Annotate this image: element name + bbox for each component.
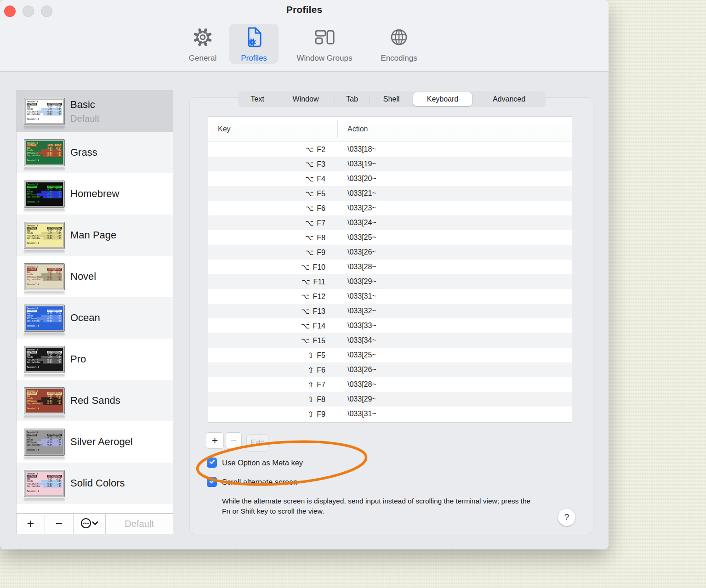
use-option-as-meta-key-checkbox-row: Use Option as Meta key — [207, 458, 303, 468]
thumbnail-process-row: loginwindow0.0%4M — [27, 237, 62, 240]
thumbnail-prompt-line: Terminal # — [27, 283, 62, 286]
thumbnail-terminal-preview: Terminal#COMMAND%CPURPRVTtop4.1%231KXcod… — [26, 389, 63, 413]
profile-list-item-red-sands[interactable]: Terminal#COMMAND%CPURPRVTtop4.1%231KXcod… — [17, 380, 173, 421]
tab-text[interactable]: Text — [238, 91, 277, 107]
key-mapping-row[interactable]: ⌥F6\033[23~ — [208, 201, 572, 215]
thumbnail-reflection — [24, 291, 65, 295]
process-mem: 4M — [52, 320, 61, 322]
help-button[interactable]: ? — [558, 509, 575, 526]
action-cell: \033[28~ — [337, 263, 376, 271]
profile-item-text: Pro — [70, 353, 86, 365]
profile-list-footer: + − Default — [16, 514, 173, 534]
thumbnail-reflection — [24, 498, 65, 502]
use-option-as-meta-key-checkbox[interactable] — [207, 458, 217, 468]
thumbnail-reflection — [24, 126, 65, 130]
default-profile-button[interactable]: Default — [106, 514, 173, 534]
option-key-glyph: ⌥ — [301, 336, 309, 345]
tab-keyboard[interactable]: Keyboard — [413, 92, 472, 106]
option-key-glyph: ⌥ — [305, 204, 313, 213]
key-mapping-row[interactable]: ⇧F6\033[26~ — [208, 362, 572, 377]
profile-list: Terminal#COMMAND%CPURPRVTtop4.1%231KXcod… — [16, 90, 173, 514]
remove-key-mapping-button[interactable]: − — [226, 432, 242, 449]
profile-list-item-grass[interactable]: Terminal#COMMAND%CPURPRVTtop4.1%231KXcod… — [17, 132, 173, 173]
thumbnail-screen: Terminal#COMMAND%CPURPRVTtop4.1%231KXcod… — [26, 224, 63, 247]
edit-key-mapping-button[interactable]: Edit — [246, 434, 268, 452]
column-header-key[interactable]: Key — [208, 125, 337, 133]
process-mem: 4M — [52, 485, 61, 488]
profile-list-item-homebrew[interactable]: Terminal#COMMAND%CPURPRVTtop4.1%231KXcod… — [17, 173, 173, 215]
thumbnail-screen: Terminal#COMMAND%CPURPRVTtop4.1%231KXcod… — [26, 182, 63, 206]
key-cell: ⌥F10 — [208, 263, 337, 271]
key-mapping-row[interactable]: ⇧F5\033[25~ — [208, 348, 572, 362]
toolbar-item-general[interactable]: General — [182, 26, 224, 63]
process-name: loginwindow — [27, 154, 45, 157]
key-cell: ⌥F11 — [208, 277, 337, 286]
key-mapping-row[interactable]: ⇧F9\033[31~ — [208, 407, 572, 421]
key-cell: ⌥F9 — [208, 248, 337, 257]
key-mapping-row[interactable]: ⌥F11\033[29~ — [208, 274, 572, 289]
globe-icon — [389, 26, 409, 48]
profile-item-text: BasicDefault — [70, 99, 99, 124]
tab-advanced[interactable]: Advanced — [472, 91, 546, 107]
key-mapping-row[interactable]: ⌥F3\033[19~ — [208, 157, 572, 171]
profile-list-item-solid-colors[interactable]: Terminal#COMMAND%CPURPRVTtop4.1%231KXcod… — [17, 463, 173, 504]
add-key-mapping-button[interactable]: + — [206, 432, 224, 449]
key-mapping-row[interactable]: ⇧F7\033[28~ — [208, 377, 572, 392]
profile-thumbnail: Terminal#COMMAND%CPURPRVTtop4.1%231KXcod… — [24, 98, 65, 130]
profile-list-item-ocean[interactable]: Terminal#COMMAND%CPURPRVTtop4.1%231KXcod… — [17, 297, 173, 339]
gear-icon — [193, 26, 213, 48]
tab-shell[interactable]: Shell — [370, 91, 413, 107]
key-mapping-row[interactable]: ⌥F15\033[34~ — [208, 333, 572, 348]
profile-list-item-man-page[interactable]: Terminal#COMMAND%CPURPRVTtop4.1%231KXcod… — [17, 215, 173, 256]
process-name: loginwindow — [27, 320, 45, 322]
key-mapping-row[interactable]: ⌥F4\033[20~ — [208, 171, 572, 186]
more-options-button[interactable] — [74, 514, 106, 534]
thumbnail-process-row: loginwindow0.0%4M — [27, 113, 62, 116]
thumbnail-terminal-preview: Terminal#COMMAND%CPURPRVTtop4.1%231KXcod… — [26, 182, 63, 206]
key-cell: ⌥F14 — [208, 322, 337, 330]
profile-thumbnail: Terminal#COMMAND%CPURPRVTtop4.1%231KXcod… — [24, 346, 65, 378]
thumbnail-terminal-preview: Terminal#COMMAND%CPURPRVTtop4.1%231KXcod… — [26, 472, 63, 495]
profile-list-item-silver-aerogel[interactable]: Terminal#COMMAND%CPURPRVTtop4.1%231KXcod… — [17, 421, 173, 463]
key-mapping-row[interactable]: ⌥F10\033[28~ — [208, 260, 572, 274]
tab-window[interactable]: Window — [277, 91, 335, 107]
action-cell: \033[32~ — [337, 307, 376, 315]
scroll-alternate-screen-label: Scroll alternate screen — [222, 478, 297, 486]
profile-thumbnail: Terminal#COMMAND%CPURPRVTtop4.1%231KXcod… — [24, 139, 65, 171]
process-mem: 4M — [52, 444, 61, 447]
profile-thumbnail: Terminal#COMMAND%CPURPRVTtop4.1%231KXcod… — [24, 305, 65, 337]
profile-thumbnail: Terminal#COMMAND%CPURPRVTtop4.1%231KXcod… — [24, 222, 65, 254]
profile-item-text: Novel — [70, 271, 96, 283]
thumbnail-prompt-line: Terminal # — [27, 118, 62, 121]
toolbar-item-encodings[interactable]: Encodings — [370, 26, 427, 63]
process-name: loginwindow — [27, 444, 45, 447]
thumbnail-terminal-preview: Terminal#COMMAND%CPURPRVTtop4.1%231KXcod… — [26, 265, 63, 288]
profile-list-item-basic[interactable]: Terminal#COMMAND%CPURPRVTtop4.1%231KXcod… — [17, 90, 173, 132]
key-mapping-row[interactable]: ⇧F8\033[29~ — [208, 392, 572, 407]
key-mapping-row[interactable]: ⌥F5\033[21~ — [208, 186, 572, 201]
key-mapping-row[interactable]: ⌥F14\033[33~ — [208, 318, 572, 333]
add-profile-button[interactable]: + — [17, 514, 45, 534]
thumbnail-prompt-line: Terminal # — [27, 366, 62, 369]
column-header-action[interactable]: Action — [337, 125, 368, 133]
key-mapping-row[interactable]: ⌥F7\033[24~ — [208, 215, 572, 230]
thumbnail-reflection — [24, 333, 65, 337]
key-cell: ⇧F7 — [208, 380, 337, 389]
key-mapping-row[interactable]: ⌥F8\033[25~ — [208, 230, 572, 245]
key-mapping-row[interactable]: ⌥F9\033[26~ — [208, 245, 572, 260]
key-mapping-row[interactable]: ⌥F12\033[31~ — [208, 289, 572, 304]
toolbar-item-window-groups[interactable]: Window Groups — [282, 26, 367, 63]
profile-name: Man Page — [70, 229, 116, 241]
process-name: loginwindow — [27, 196, 45, 198]
desktop: { "window": { "title": "Profiles" }, "to… — [0, 0, 706, 588]
profile-list-item-pro[interactable]: Terminal#COMMAND%CPURPRVTtop4.1%231KXcod… — [17, 339, 173, 380]
remove-profile-button[interactable]: − — [45, 514, 74, 534]
tab-tab[interactable]: Tab — [335, 91, 370, 107]
process-mem: 4M — [52, 113, 61, 116]
action-cell: \033[29~ — [337, 277, 376, 286]
key-mapping-row[interactable]: ⌥F13\033[32~ — [208, 304, 572, 318]
key-mapping-row[interactable]: ⌥F2\033[18~ — [208, 142, 572, 157]
profile-list-item-novel[interactable]: Terminal#COMMAND%CPURPRVTtop4.1%231KXcod… — [17, 256, 173, 297]
scroll-alternate-screen-checkbox[interactable] — [207, 477, 217, 487]
toolbar-item-profiles[interactable]: Profiles — [230, 26, 278, 63]
